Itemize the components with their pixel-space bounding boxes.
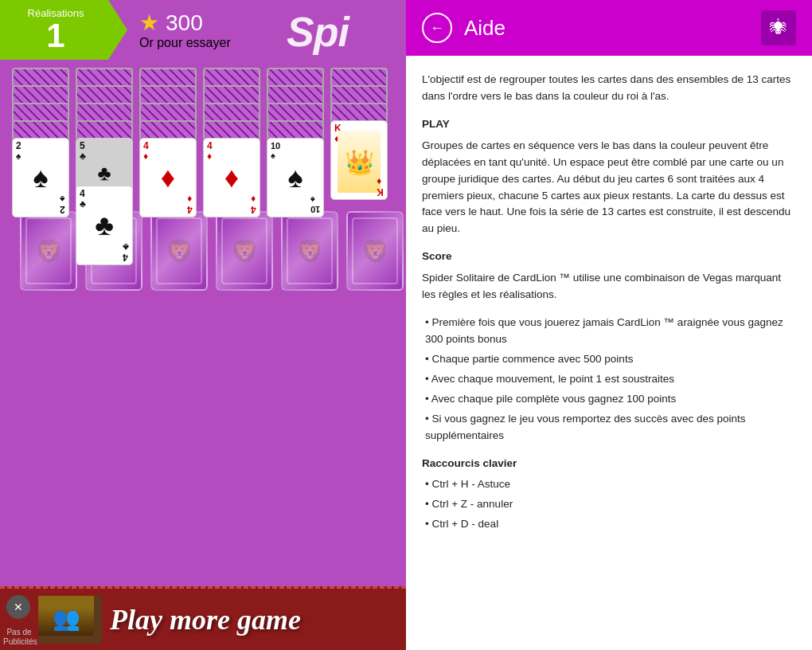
star-icon: ★ (139, 10, 159, 36)
shortcut-3: • Ctrl + D - deal (422, 516, 796, 533)
play-title: PLAY (422, 116, 796, 133)
score-text: Spider Solitaire de CardLion ™ utilise u… (422, 270, 796, 303)
game-panel: Réalisations 1 ★ 300 Or pour essayer Spi… (0, 0, 406, 650)
help-panel: ← Aide 🕷 L'objectif est de regrouper tou… (406, 0, 812, 650)
help-title: Aide (464, 16, 749, 41)
intro-text: L'objectif est de regrouper toutes les c… (422, 72, 796, 105)
close-ad-button[interactable]: ✕ (6, 595, 30, 619)
play-text: Groupes de cartes en séquence vers le ba… (422, 138, 796, 238)
score-section: ★ 300 Or pour essayer (139, 10, 231, 50)
deal-pile-6[interactable]: 🦁 (346, 211, 404, 291)
score-value: 300 (166, 10, 203, 36)
score-row: ★ 300 (139, 10, 203, 36)
shortcut-1: • Ctrl + H - Astuce (422, 476, 796, 493)
help-content: L'objectif est de regrouper toutes les c… (406, 56, 812, 552)
ad-image (38, 596, 102, 644)
ad-banner: ✕ Pas de Publicités Play more game (0, 586, 406, 650)
score-title: Score (422, 249, 796, 265)
top-bar: Réalisations 1 ★ 300 Or pour essayer Spi (0, 0, 406, 60)
no-ads-label: Pas de Publicités (3, 628, 35, 647)
bullet-3: • Avec chaque mouvement, le point 1 est … (422, 371, 796, 388)
game-title: Spi (287, 8, 349, 56)
card-table: 2♠ ♠ 2♠ 5♣ ♣ 4♣ ♣ 4♣ (0, 60, 406, 418)
achievements-badge: Réalisations 1 (0, 0, 127, 60)
shortcut-2: • Ctrl + Z - annuler (422, 496, 796, 513)
deal-pile-1[interactable]: 🦁 (20, 211, 77, 291)
bullet-4: • Avec chaque pile complète vous gagnez … (422, 391, 796, 408)
bullet-5: • Si vous gagnez le jeu vous remportez d… (422, 411, 796, 444)
bullets-list: • Première fois que vous jouerez jamais … (422, 315, 796, 444)
achievements-number: 1 (46, 19, 64, 53)
shortcuts-title: Raccourcis clavier (422, 456, 796, 472)
spider-icon: 🕷 (761, 10, 796, 45)
deal-pile-4[interactable]: 🦁 (216, 211, 273, 291)
bullet-2: • Chaque partie commence avec 500 points (422, 351, 796, 368)
ad-text[interactable]: Play more game (102, 603, 301, 636)
deal-pile-5[interactable]: 🦁 (281, 211, 338, 291)
back-button[interactable]: ← (422, 13, 452, 43)
help-header: ← Aide 🕷 (406, 0, 812, 56)
score-sub-label: Or pour essayer (139, 36, 231, 50)
bullet-1: • Première fois que vous jouerez jamais … (422, 315, 796, 348)
deal-pile-3[interactable]: 🦁 (150, 211, 208, 291)
